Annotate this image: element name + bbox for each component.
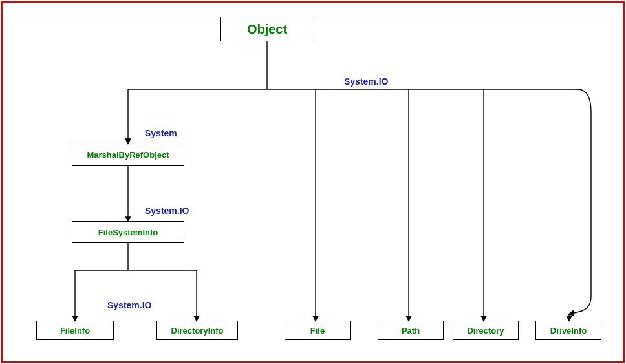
node-label: Path [402,326,420,336]
node-label: Object [247,22,287,37]
node-fileinfo: FileInfo [36,321,114,340]
node-label: FileInfo [60,326,90,336]
node-label: DirectoryInfo [171,326,224,336]
node-filesysteminfo: FileSystemInfo [72,221,184,243]
node-label: Directory [467,326,504,336]
diagram-frame: Object MarshalByRefObject FileSystemInfo… [1,1,625,363]
node-path: Path [378,321,444,340]
label-systemio-mid: System.IO [145,206,189,216]
node-driveinfo: DriveInfo [535,321,601,340]
node-label: File [310,326,325,336]
node-directory: Directory [453,321,519,340]
label-system: System [145,128,177,138]
connectors [3,3,623,361]
label-systemio-top: System.IO [344,76,388,87]
node-label: MarshalByRefObject [87,150,169,160]
label-systemio-bottom: System.IO [107,300,151,310]
node-directoryinfo: DirectoryInfo [156,321,238,340]
node-label: DriveInfo [550,326,587,336]
node-marshalbyrefobject: MarshalByRefObject [72,144,184,166]
node-label: FileSystemInfo [98,228,158,237]
node-object: Object [220,17,314,41]
node-file: File [285,321,351,340]
